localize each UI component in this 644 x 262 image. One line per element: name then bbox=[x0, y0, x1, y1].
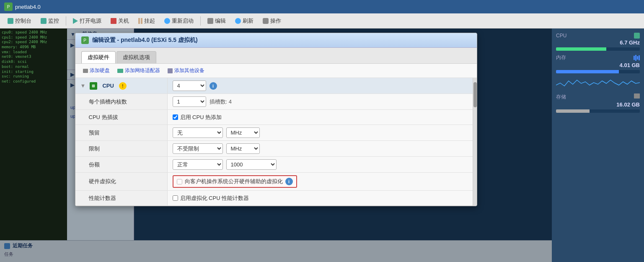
reservation-select[interactable]: 无 bbox=[173, 127, 223, 138]
cores-per-socket-value: 1 2 4 插槽数: 4 bbox=[168, 94, 473, 109]
perf-counter-row: 性能计数器 启用虚拟化 CPU 性能计数器 bbox=[75, 191, 473, 206]
storage-stat-icon bbox=[634, 93, 640, 99]
actions-button[interactable]: 操作 bbox=[259, 16, 284, 26]
monitor-button[interactable]: 监控 bbox=[37, 16, 62, 26]
cpu-stat-value: 6.7 GHz bbox=[620, 39, 640, 46]
cpu-bar-container bbox=[556, 47, 640, 51]
monitor-icon bbox=[41, 18, 47, 24]
cpu-collapse-icon[interactable]: ▼ bbox=[80, 83, 86, 89]
perf-counter-value: 启用虚拟化 CPU 性能计数器 bbox=[168, 191, 473, 205]
edit-button[interactable]: 编辑 bbox=[204, 16, 229, 26]
hw-virt-box: 向客户机操作系统公开硬件辅助的虚拟化 i bbox=[173, 175, 297, 188]
app-logo: P bbox=[4, 3, 13, 11]
cpu-hotplug-checkbox[interactable] bbox=[173, 114, 178, 120]
refresh-button[interactable]: 刷新 bbox=[232, 16, 257, 26]
cpu-bar bbox=[556, 47, 606, 51]
edit-label: 编辑 bbox=[215, 17, 226, 25]
shares-value: 低 正常 高 自定义 1000 2000 4000 bbox=[168, 157, 473, 172]
nic-icon bbox=[117, 69, 123, 73]
edit-icon bbox=[207, 18, 213, 24]
perf-counter-checkbox-label: 启用虚拟化 CPU 性能计数器 bbox=[173, 195, 249, 202]
add-other-button[interactable]: 添加其他设备 bbox=[166, 66, 206, 75]
separator-2 bbox=[200, 16, 201, 26]
modal-logo: P bbox=[81, 36, 89, 44]
cpu-stat-header: CPU bbox=[556, 33, 640, 39]
hw-virt-text: 向客户机操作系统公开硬件辅助的虚拟化 bbox=[185, 178, 283, 185]
add-nic-button[interactable]: 添加网络适配器 bbox=[116, 66, 162, 75]
mem-stat-header: 内存 bbox=[556, 54, 640, 61]
cpu-count-select[interactable]: 1 2 4 8 bbox=[173, 80, 206, 91]
add-disk-button[interactable]: 添加硬盘 bbox=[81, 66, 111, 75]
mem-stat-icon bbox=[634, 54, 640, 61]
warning-icon: ! bbox=[119, 82, 127, 90]
separator-1 bbox=[66, 16, 66, 26]
limit-value: 不受限制 MHz GHz bbox=[168, 141, 473, 156]
modal-scrollbar[interactable] bbox=[473, 78, 477, 206]
refresh-icon bbox=[235, 18, 241, 24]
shares-value-select[interactable]: 1000 2000 4000 bbox=[226, 159, 277, 170]
shares-label: 份额 bbox=[75, 157, 168, 172]
poweroff-button[interactable]: 关机 bbox=[107, 16, 132, 26]
cpu-hotplug-label: CPU 热插拔 bbox=[75, 110, 168, 125]
poweron-label: 打开电源 bbox=[80, 17, 101, 25]
perf-counter-label: 性能计数器 bbox=[75, 191, 168, 205]
cpu-hotplug-check-text: 启用 CPU 热添加 bbox=[180, 114, 222, 121]
modal-header: P 编辑设置 - pnetlab4.0 (ESXi 5.5 虚拟机) bbox=[75, 33, 477, 48]
stor-stat-label: 存储 bbox=[556, 93, 566, 101]
hw-virt-row: 硬件虚拟化 向客户机操作系统公开硬件辅助的虚拟化 i bbox=[75, 173, 473, 191]
cpu-value-cell: 1 2 4 8 i bbox=[168, 78, 473, 93]
hw-virt-value: 向客户机操作系统公开硬件辅助的虚拟化 i bbox=[168, 173, 473, 190]
cpu-hotplug-checkbox-label: 启用 CPU 热添加 bbox=[173, 114, 222, 121]
app-title: pnetlab4.0 bbox=[15, 4, 41, 10]
stor-bar-container bbox=[556, 109, 640, 113]
modal-body: ▼ ⊞ CPU ! 1 2 4 8 bbox=[75, 78, 473, 206]
slot-count-text: 插槽数: 4 bbox=[209, 98, 232, 106]
limit-select[interactable]: 不受限制 bbox=[173, 143, 223, 154]
cpu-header-label: ▼ ⊞ CPU ! bbox=[75, 78, 168, 93]
cores-per-socket-select[interactable]: 1 2 4 bbox=[173, 96, 206, 107]
hw-virt-checkbox[interactable] bbox=[177, 179, 182, 184]
scrollbar-thumb[interactable] bbox=[473, 82, 477, 107]
tab-vm-options[interactable]: 虚拟机选项 bbox=[116, 51, 156, 63]
cpu-hotplug-value: 启用 CPU 热添加 bbox=[168, 110, 473, 125]
cpu-warn-icon: ! bbox=[119, 82, 127, 90]
mem-bar-container bbox=[556, 70, 640, 73]
edit-settings-modal: P 编辑设置 - pnetlab4.0 (ESXi 5.5 虚拟机) 虚拟硬件 … bbox=[75, 33, 477, 206]
cpu-chip-icon: ⊞ bbox=[90, 82, 97, 90]
main-area: cpu0: speed 2400 MHz cpu1: speed 2400 MH… bbox=[0, 29, 644, 262]
modal-toolbar: 添加硬盘 添加网络适配器 添加其他设备 bbox=[75, 64, 477, 78]
hw-virt-info-icon[interactable]: i bbox=[285, 178, 293, 185]
cpu-stat-icon bbox=[634, 33, 640, 39]
wavy-chart-svg bbox=[556, 77, 640, 89]
shares-level-select[interactable]: 低 正常 高 自定义 bbox=[173, 159, 223, 170]
cpu-label: CPU bbox=[102, 83, 114, 89]
modal-overlay: P 编辑设置 - pnetlab4.0 (ESXi 5.5 虚拟机) 虚拟硬件 … bbox=[0, 29, 552, 262]
play-icon bbox=[73, 18, 78, 24]
restart-label: 重新启动 bbox=[172, 17, 194, 25]
mem-bar bbox=[556, 70, 619, 73]
limit-unit-select[interactable]: MHz GHz bbox=[226, 143, 260, 154]
perf-counter-checkbox[interactable] bbox=[173, 195, 178, 201]
disk-icon bbox=[83, 69, 88, 73]
modal-scroll-wrapper: ▼ ⊞ CPU ! 1 2 4 8 bbox=[75, 78, 477, 206]
mem-stat-value: 4.01 GB bbox=[620, 62, 640, 68]
restart-button[interactable]: 重新启动 bbox=[161, 16, 197, 26]
mem-stat-label: 内存 bbox=[556, 54, 566, 61]
tab-virtual-hardware[interactable]: 虚拟硬件 bbox=[81, 51, 116, 63]
console-label: 控制台 bbox=[15, 17, 31, 25]
suspend-button[interactable]: 挂起 bbox=[135, 16, 158, 26]
refresh-label: 刷新 bbox=[243, 17, 253, 25]
reservation-unit-select[interactable]: MHz GHz bbox=[226, 127, 260, 138]
stor-stat-value-row: 16.02 GB bbox=[556, 101, 640, 108]
console-button[interactable]: 控制台 bbox=[4, 16, 35, 26]
modal-tabs: 虚拟硬件 虚拟机选项 bbox=[75, 48, 477, 64]
poweron-button[interactable]: 打开电源 bbox=[70, 16, 105, 26]
stor-stat-value: 16.02 GB bbox=[616, 101, 640, 108]
cpu-info-icon[interactable]: i bbox=[209, 82, 217, 90]
mem-stat-value-row: 4.01 GB bbox=[556, 62, 640, 68]
limit-label: 限制 bbox=[75, 141, 168, 156]
modal-title: 编辑设置 - pnetlab4.0 (ESXi 5.5 虚拟机) bbox=[92, 36, 198, 44]
reservation-label: 预留 bbox=[75, 125, 168, 140]
cpu-hotplug-row: CPU 热插拔 启用 CPU 热添加 bbox=[75, 110, 473, 125]
reservation-row: 预留 无 MHz GHz bbox=[75, 125, 473, 141]
